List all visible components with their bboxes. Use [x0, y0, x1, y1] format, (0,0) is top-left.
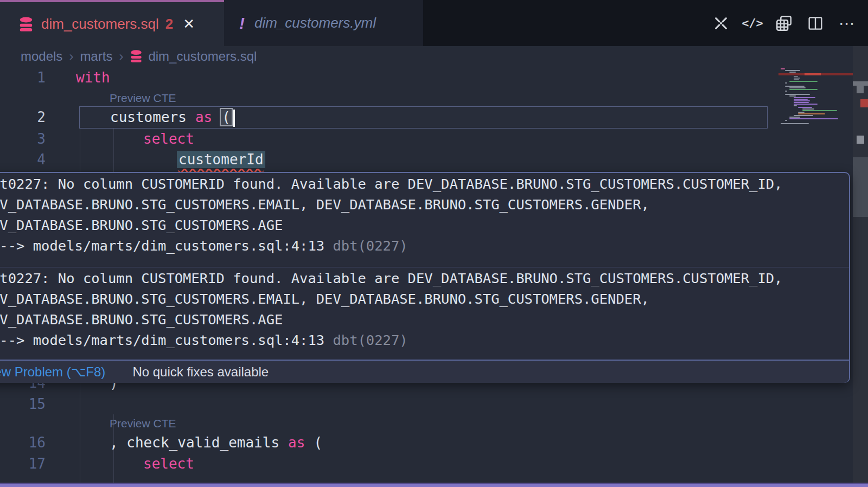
diagnostic-message-2: bt0227: No column CUSTOMERID found. Avai… [0, 268, 838, 350]
error-token-customerid[interactable]: customerId [177, 151, 265, 168]
error-text: EV_DATABASE.BRUNO.STG_CUSTOMERS.AGE [0, 215, 838, 235]
line-number: 4 [0, 149, 46, 170]
breadcrumb: models › marts › dim_customers.sql [21, 46, 257, 67]
line-number: 1 [0, 67, 46, 88]
code-line-16[interactable]: 16 , check_valid_emailsas( [0, 432, 776, 453]
open-paren: ( [314, 434, 322, 451]
code-line-15[interactable]: 15 [0, 394, 776, 414]
error-text: bt0227: No column CUSTOMERID found. Avai… [0, 174, 838, 194]
cursor-marker [857, 136, 864, 144]
diagnostic-message-1: bt0227: No column CUSTOMERID found. Avai… [0, 174, 838, 256]
preview-table-icon[interactable] [775, 14, 793, 33]
tab-badge: 2 [165, 16, 173, 33]
breadcrumb-item-models[interactable]: models [21, 49, 62, 64]
error-location: --> models/marts/dim_customers.sql:4:13 … [0, 330, 838, 350]
view-problem-link[interactable]: iew Problem (⌥F8) [0, 364, 105, 380]
code-lens-preview-cte[interactable]: Preview CTE [110, 415, 176, 432]
code-line-4[interactable]: 4 customerId [0, 149, 776, 170]
tab-bar: dim_customers.sql 2 ✕ ! dim_customers.ym… [0, 0, 868, 46]
current-line-highlight[interactable]: customersas( [79, 106, 768, 129]
line-number: 3 [0, 129, 46, 149]
diagnostic-source: dbt(0227) [333, 238, 407, 254]
error-text: bt0227: No column CUSTOMERID found. Avai… [0, 268, 838, 289]
close-tab-icon[interactable]: ✕ [183, 16, 195, 33]
modified-marker [853, 81, 868, 86]
database-icon [130, 49, 143, 63]
code-lens-row: Preview CTE [0, 415, 776, 432]
text-cursor [233, 110, 235, 127]
vscode-window: dim_customers.sql 2 ✕ ! dim_customers.ym… [0, 0, 868, 487]
window-bottom-border [0, 483, 868, 487]
tab-dim-customers-yml[interactable]: ! dim_customers.yml [224, 0, 423, 46]
scrollbar[interactable] [853, 46, 868, 483]
keyword-as: as [195, 109, 212, 125]
error-indicator-icon: ! [239, 14, 245, 33]
error-marker [860, 99, 868, 107]
line-number-active: 2 [0, 106, 46, 129]
diagnostic-source: dbt(0227) [333, 332, 407, 348]
cte-name-check-valid-emails: , check_valid_emails [110, 434, 279, 451]
breadcrumb-item-marts[interactable]: marts [80, 49, 112, 64]
cte-name: customers [110, 109, 187, 125]
editor-actions: </> ⋯ [712, 0, 856, 46]
tab-dim-customers-sql[interactable]: dim_customers.sql 2 ✕ [0, 0, 224, 46]
line-number: 15 [0, 394, 46, 414]
breadcrumb-file-label: dim_customers.sql [148, 49, 257, 64]
code-line-1[interactable]: 1 with [0, 67, 776, 88]
hover-body: bt0227: No column CUSTOMERID found. Avai… [0, 173, 849, 360]
chevron-right-icon: › [119, 49, 123, 64]
keyword-select: select [143, 456, 194, 472]
code-lens-row: Preview CTE [0, 89, 776, 106]
quick-fix-status: No quick fixes available [132, 364, 269, 380]
split-editor-icon[interactable] [806, 14, 825, 33]
chevron-right-icon: › [69, 49, 73, 64]
keyword-select: select [143, 131, 194, 147]
hover-status-bar: iew Problem (⌥F8) No quick fixes availab… [0, 360, 849, 383]
more-actions-icon[interactable]: ⋯ [838, 14, 856, 33]
matched-bracket: ( [220, 108, 233, 126]
database-icon [18, 16, 34, 33]
modified-marker [857, 86, 864, 93]
line-number: 17 [0, 453, 46, 474]
compile-code-icon[interactable]: </> [743, 14, 762, 33]
code-line-3[interactable]: 3 select [0, 129, 776, 149]
minimap[interactable] [778, 68, 853, 125]
scroll-thumb[interactable] [853, 157, 868, 217]
error-hover-panel: bt0227: No column CUSTOMERID found. Avai… [0, 172, 850, 383]
code-line-17[interactable]: 17 select [0, 453, 776, 474]
tab-title: dim_customers.sql [41, 16, 159, 33]
breadcrumb-item-file[interactable]: dim_customers.sql [130, 49, 257, 64]
error-text: EV_DATABASE.BRUNO.STG_CUSTOMERS.EMAIL, D… [0, 194, 838, 215]
keyword-as: as [288, 434, 305, 451]
error-location: --> models/marts/dim_customers.sql:4:13 … [0, 235, 838, 256]
code-lens-preview-cte[interactable]: Preview CTE [110, 89, 176, 106]
keyword-with: with [76, 69, 110, 86]
line-number: 16 [0, 432, 46, 453]
tab-title: dim_customers.yml [254, 15, 376, 31]
dbt-icon[interactable] [712, 14, 730, 33]
error-text: EV_DATABASE.BRUNO.STG_CUSTOMERS.EMAIL, D… [0, 289, 838, 309]
error-text: EV_DATABASE.BRUNO.STG_CUSTOMERS.AGE [0, 309, 838, 330]
